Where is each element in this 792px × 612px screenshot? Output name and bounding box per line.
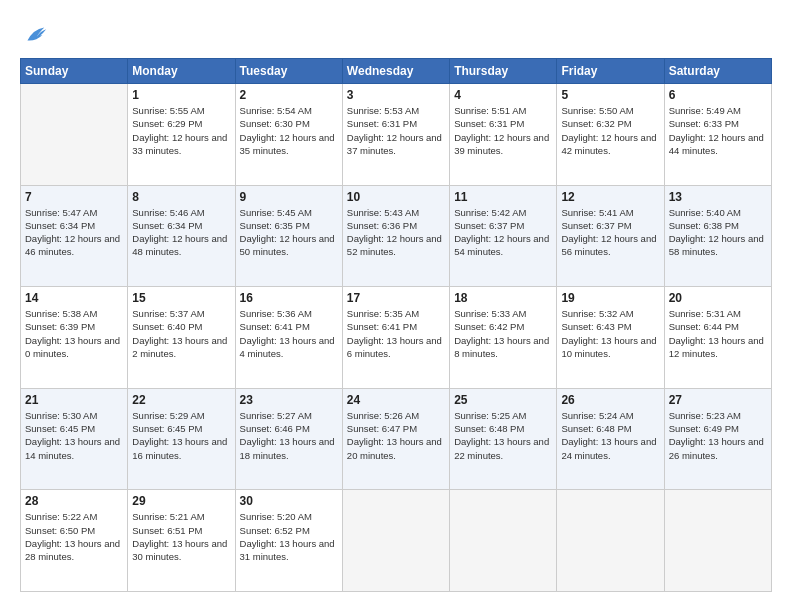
day-number: 12 (561, 190, 659, 204)
calendar-cell: 17Sunrise: 5:35 AM Sunset: 6:41 PM Dayli… (342, 287, 449, 389)
weekday-header: Wednesday (342, 59, 449, 84)
calendar-cell: 24Sunrise: 5:26 AM Sunset: 6:47 PM Dayli… (342, 388, 449, 490)
day-number: 10 (347, 190, 445, 204)
calendar-cell: 29Sunrise: 5:21 AM Sunset: 6:51 PM Dayli… (128, 490, 235, 592)
calendar-cell: 28Sunrise: 5:22 AM Sunset: 6:50 PM Dayli… (21, 490, 128, 592)
calendar-cell (557, 490, 664, 592)
calendar-header-row: SundayMondayTuesdayWednesdayThursdayFrid… (21, 59, 772, 84)
day-info: Sunrise: 5:24 AM Sunset: 6:48 PM Dayligh… (561, 409, 659, 462)
calendar-cell: 26Sunrise: 5:24 AM Sunset: 6:48 PM Dayli… (557, 388, 664, 490)
day-number: 15 (132, 291, 230, 305)
calendar-cell: 6Sunrise: 5:49 AM Sunset: 6:33 PM Daylig… (664, 84, 771, 186)
day-number: 29 (132, 494, 230, 508)
calendar-week-row: 14Sunrise: 5:38 AM Sunset: 6:39 PM Dayli… (21, 287, 772, 389)
calendar-cell (450, 490, 557, 592)
calendar-week-row: 28Sunrise: 5:22 AM Sunset: 6:50 PM Dayli… (21, 490, 772, 592)
weekday-header: Tuesday (235, 59, 342, 84)
day-info: Sunrise: 5:54 AM Sunset: 6:30 PM Dayligh… (240, 104, 338, 157)
calendar-cell: 30Sunrise: 5:20 AM Sunset: 6:52 PM Dayli… (235, 490, 342, 592)
calendar-cell: 14Sunrise: 5:38 AM Sunset: 6:39 PM Dayli… (21, 287, 128, 389)
logo (20, 20, 52, 48)
day-number: 9 (240, 190, 338, 204)
calendar-week-row: 21Sunrise: 5:30 AM Sunset: 6:45 PM Dayli… (21, 388, 772, 490)
day-info: Sunrise: 5:41 AM Sunset: 6:37 PM Dayligh… (561, 206, 659, 259)
day-info: Sunrise: 5:47 AM Sunset: 6:34 PM Dayligh… (25, 206, 123, 259)
day-number: 16 (240, 291, 338, 305)
calendar-cell: 7Sunrise: 5:47 AM Sunset: 6:34 PM Daylig… (21, 185, 128, 287)
day-info: Sunrise: 5:45 AM Sunset: 6:35 PM Dayligh… (240, 206, 338, 259)
day-number: 20 (669, 291, 767, 305)
day-info: Sunrise: 5:26 AM Sunset: 6:47 PM Dayligh… (347, 409, 445, 462)
day-info: Sunrise: 5:29 AM Sunset: 6:45 PM Dayligh… (132, 409, 230, 462)
calendar-cell: 13Sunrise: 5:40 AM Sunset: 6:38 PM Dayli… (664, 185, 771, 287)
day-info: Sunrise: 5:27 AM Sunset: 6:46 PM Dayligh… (240, 409, 338, 462)
header (20, 20, 772, 48)
page: SundayMondayTuesdayWednesdayThursdayFrid… (0, 0, 792, 612)
weekday-header: Saturday (664, 59, 771, 84)
calendar-cell: 5Sunrise: 5:50 AM Sunset: 6:32 PM Daylig… (557, 84, 664, 186)
calendar-cell: 3Sunrise: 5:53 AM Sunset: 6:31 PM Daylig… (342, 84, 449, 186)
calendar-cell: 19Sunrise: 5:32 AM Sunset: 6:43 PM Dayli… (557, 287, 664, 389)
day-number: 19 (561, 291, 659, 305)
day-info: Sunrise: 5:37 AM Sunset: 6:40 PM Dayligh… (132, 307, 230, 360)
calendar-cell: 27Sunrise: 5:23 AM Sunset: 6:49 PM Dayli… (664, 388, 771, 490)
day-info: Sunrise: 5:30 AM Sunset: 6:45 PM Dayligh… (25, 409, 123, 462)
day-info: Sunrise: 5:31 AM Sunset: 6:44 PM Dayligh… (669, 307, 767, 360)
day-info: Sunrise: 5:40 AM Sunset: 6:38 PM Dayligh… (669, 206, 767, 259)
day-info: Sunrise: 5:23 AM Sunset: 6:49 PM Dayligh… (669, 409, 767, 462)
calendar-week-row: 7Sunrise: 5:47 AM Sunset: 6:34 PM Daylig… (21, 185, 772, 287)
calendar-cell: 2Sunrise: 5:54 AM Sunset: 6:30 PM Daylig… (235, 84, 342, 186)
day-number: 1 (132, 88, 230, 102)
day-info: Sunrise: 5:43 AM Sunset: 6:36 PM Dayligh… (347, 206, 445, 259)
day-number: 7 (25, 190, 123, 204)
weekday-header: Friday (557, 59, 664, 84)
day-number: 25 (454, 393, 552, 407)
calendar-cell: 15Sunrise: 5:37 AM Sunset: 6:40 PM Dayli… (128, 287, 235, 389)
calendar-cell: 23Sunrise: 5:27 AM Sunset: 6:46 PM Dayli… (235, 388, 342, 490)
day-number: 6 (669, 88, 767, 102)
day-number: 4 (454, 88, 552, 102)
calendar-cell: 21Sunrise: 5:30 AM Sunset: 6:45 PM Dayli… (21, 388, 128, 490)
day-info: Sunrise: 5:50 AM Sunset: 6:32 PM Dayligh… (561, 104, 659, 157)
calendar-cell (342, 490, 449, 592)
day-number: 23 (240, 393, 338, 407)
calendar-cell: 4Sunrise: 5:51 AM Sunset: 6:31 PM Daylig… (450, 84, 557, 186)
calendar-cell: 12Sunrise: 5:41 AM Sunset: 6:37 PM Dayli… (557, 185, 664, 287)
calendar-cell (664, 490, 771, 592)
day-number: 26 (561, 393, 659, 407)
day-number: 11 (454, 190, 552, 204)
day-number: 17 (347, 291, 445, 305)
day-number: 8 (132, 190, 230, 204)
calendar-cell: 20Sunrise: 5:31 AM Sunset: 6:44 PM Dayli… (664, 287, 771, 389)
day-info: Sunrise: 5:55 AM Sunset: 6:29 PM Dayligh… (132, 104, 230, 157)
calendar-cell: 16Sunrise: 5:36 AM Sunset: 6:41 PM Dayli… (235, 287, 342, 389)
day-info: Sunrise: 5:25 AM Sunset: 6:48 PM Dayligh… (454, 409, 552, 462)
calendar-cell: 1Sunrise: 5:55 AM Sunset: 6:29 PM Daylig… (128, 84, 235, 186)
calendar-cell: 10Sunrise: 5:43 AM Sunset: 6:36 PM Dayli… (342, 185, 449, 287)
day-number: 13 (669, 190, 767, 204)
calendar-cell: 9Sunrise: 5:45 AM Sunset: 6:35 PM Daylig… (235, 185, 342, 287)
day-number: 30 (240, 494, 338, 508)
day-number: 5 (561, 88, 659, 102)
day-number: 14 (25, 291, 123, 305)
day-info: Sunrise: 5:42 AM Sunset: 6:37 PM Dayligh… (454, 206, 552, 259)
day-number: 2 (240, 88, 338, 102)
day-number: 22 (132, 393, 230, 407)
logo-icon (20, 20, 48, 48)
day-info: Sunrise: 5:35 AM Sunset: 6:41 PM Dayligh… (347, 307, 445, 360)
day-number: 28 (25, 494, 123, 508)
day-info: Sunrise: 5:20 AM Sunset: 6:52 PM Dayligh… (240, 510, 338, 563)
day-info: Sunrise: 5:21 AM Sunset: 6:51 PM Dayligh… (132, 510, 230, 563)
day-info: Sunrise: 5:32 AM Sunset: 6:43 PM Dayligh… (561, 307, 659, 360)
day-number: 24 (347, 393, 445, 407)
calendar-week-row: 1Sunrise: 5:55 AM Sunset: 6:29 PM Daylig… (21, 84, 772, 186)
calendar-cell: 11Sunrise: 5:42 AM Sunset: 6:37 PM Dayli… (450, 185, 557, 287)
day-info: Sunrise: 5:51 AM Sunset: 6:31 PM Dayligh… (454, 104, 552, 157)
day-number: 3 (347, 88, 445, 102)
day-info: Sunrise: 5:53 AM Sunset: 6:31 PM Dayligh… (347, 104, 445, 157)
day-number: 18 (454, 291, 552, 305)
weekday-header: Monday (128, 59, 235, 84)
weekday-header: Sunday (21, 59, 128, 84)
weekday-header: Thursday (450, 59, 557, 84)
day-info: Sunrise: 5:36 AM Sunset: 6:41 PM Dayligh… (240, 307, 338, 360)
